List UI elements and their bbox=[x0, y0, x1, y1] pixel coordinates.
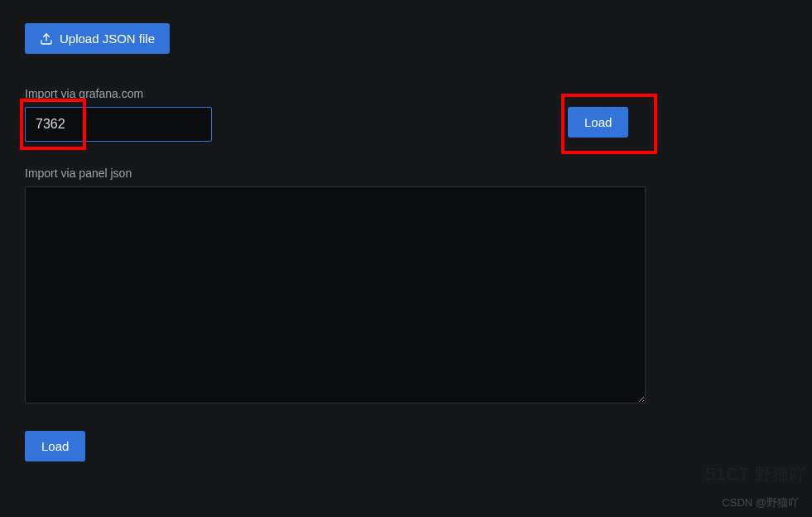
load-grafana-button-label: Load bbox=[584, 115, 612, 129]
upload-json-button-label: Upload JSON file bbox=[60, 31, 155, 46]
grafana-id-input[interactable] bbox=[25, 107, 212, 142]
import-grafana-label: Import via grafana.com bbox=[25, 87, 787, 100]
load-panel-json-button-label: Load bbox=[41, 439, 69, 453]
load-grafana-button[interactable]: Load bbox=[568, 107, 628, 138]
panel-json-textarea[interactable] bbox=[25, 186, 646, 403]
load-panel-json-button[interactable]: Load bbox=[25, 431, 85, 461]
upload-json-button[interactable]: Upload JSON file bbox=[25, 23, 170, 54]
upload-icon bbox=[40, 32, 53, 46]
watermark-text: CSDN @野猫吖 bbox=[722, 495, 799, 510]
import-panel-json-label: Import via panel json bbox=[25, 167, 787, 180]
